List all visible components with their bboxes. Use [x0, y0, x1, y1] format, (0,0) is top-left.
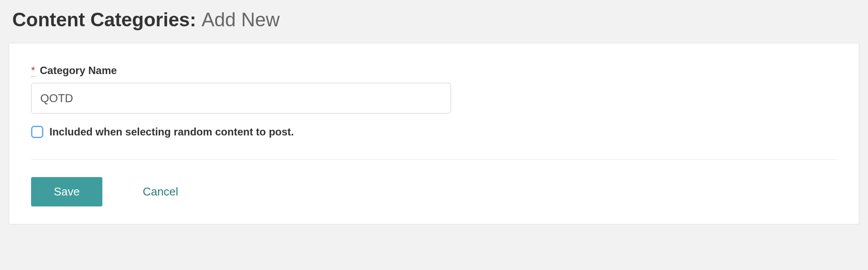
- form-card: * Category Name Included when selecting …: [9, 43, 859, 224]
- save-button[interactable]: Save: [31, 177, 102, 206]
- category-name-group: * Category Name: [31, 64, 837, 114]
- required-asterisk-icon: *: [31, 64, 35, 77]
- category-name-label: * Category Name: [31, 64, 837, 77]
- category-name-label-text: Category Name: [40, 64, 117, 76]
- include-random-row: Included when selecting random content t…: [31, 126, 837, 138]
- cancel-button[interactable]: Cancel: [143, 185, 178, 199]
- page-title: Content Categories: Add New: [12, 9, 859, 31]
- action-buttons: Save Cancel: [31, 177, 837, 206]
- page-title-sub: Add New: [202, 9, 280, 30]
- category-name-input[interactable]: [31, 83, 451, 114]
- include-random-checkbox[interactable]: [31, 126, 43, 138]
- form-divider: [31, 159, 837, 160]
- page-title-main: Content Categories:: [12, 9, 196, 30]
- include-random-label[interactable]: Included when selecting random content t…: [49, 126, 294, 138]
